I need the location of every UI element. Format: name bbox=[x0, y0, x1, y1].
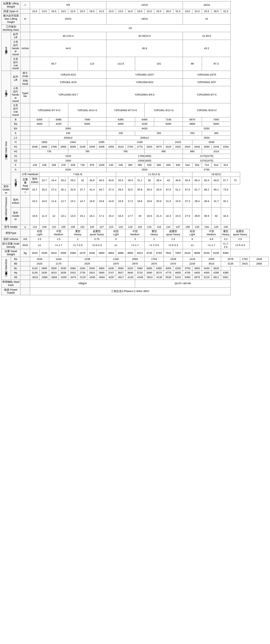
vol-5: 5 bbox=[106, 237, 126, 242]
wpo-1: 10.6 bbox=[30, 208, 40, 225]
lifting-weight-label: 起重量 Lifting Weight bbox=[1, 1, 21, 9]
working-class-label: 工作级别 Working class bbox=[1, 24, 21, 32]
m-15: 141 bbox=[164, 225, 173, 229]
dim-unit bbox=[21, 117, 30, 122]
dim-Ba-v2: 4100 bbox=[49, 122, 68, 126]
hp-14: 3570 bbox=[154, 271, 164, 275]
bc-13: 3080 bbox=[145, 266, 154, 271]
ms-Bb-2: 2175 bbox=[49, 261, 68, 266]
wto-16: 51.2 bbox=[173, 184, 183, 195]
type-row: 类型Type 轻型Light 中型Medium 重型Heavy 超重型spuer… bbox=[1, 229, 269, 237]
wpi-12: 18.6 bbox=[135, 195, 145, 207]
max-height-g1: 20/22 bbox=[30, 14, 106, 24]
speed-crat-v5: 98 bbox=[183, 57, 202, 71]
motor-type-unit: Type/ kw bbox=[21, 86, 30, 103]
h1-17: 2924 bbox=[183, 145, 192, 149]
ms-section-label: 主要尺寸(mm) MainSize bbox=[1, 257, 11, 280]
h1-21: 3294 bbox=[221, 145, 231, 149]
wti-11: 31.1 bbox=[135, 177, 145, 184]
grab-density-unit: t/m3 bbox=[21, 241, 30, 249]
f-21: 914 bbox=[221, 163, 231, 168]
dim-Ba-row: Ba 4000 4100 5000 4000 4100 5000 4800 50… bbox=[1, 122, 269, 126]
weight-handcart-g3: 19.9(21) bbox=[192, 172, 240, 177]
wto-7: 41.4 bbox=[87, 184, 97, 195]
dw-16: 7993 bbox=[173, 249, 183, 257]
steel-track-label: 带用钢轨 Steel track bbox=[1, 280, 21, 288]
vol-4: 0.75 bbox=[87, 237, 106, 242]
type-light2: 轻型Light bbox=[106, 229, 126, 237]
working-class-val: A6 bbox=[30, 24, 231, 32]
weight-indoor-label: 室内 Indoor bbox=[30, 177, 40, 184]
wpi-7: 15.8 bbox=[87, 195, 97, 207]
hb-16: 5243 bbox=[173, 275, 183, 280]
wpi-6: 14.7 bbox=[78, 195, 87, 207]
ms-Bb-row: Bb 2425 2175 2025 1875 2970 2670 2470 22… bbox=[1, 261, 269, 266]
speed-crat-row: 大车运行 crat travel 93.7 113 112.5 101 98 8… bbox=[1, 57, 269, 71]
speed-crat-v3: 112.5 bbox=[106, 57, 135, 71]
h1-14: 3070 bbox=[154, 145, 164, 149]
hb-21: 5051 bbox=[221, 275, 231, 280]
dw-20: 8155 bbox=[212, 249, 221, 257]
wto-20: 69.1 bbox=[212, 184, 221, 195]
hb-3: -3605 bbox=[49, 275, 59, 280]
m-11: 119 bbox=[126, 225, 135, 229]
ms-Ba-4: 1160 bbox=[106, 257, 126, 262]
span-v6: 25.5 bbox=[78, 9, 87, 14]
vol-6: 3 bbox=[126, 237, 145, 242]
m-12: 120 bbox=[135, 225, 145, 229]
ms-Ba-row: 主要尺寸(mm) MainSize Ba 1634 1444 1238 1160… bbox=[1, 257, 269, 262]
m-4: 105 bbox=[59, 225, 68, 229]
dim-F-unit bbox=[21, 163, 30, 168]
dim-H-v6: 2548 bbox=[192, 140, 231, 145]
dim-BX-row: BX 3550 4420 5250 bbox=[1, 126, 269, 131]
wto-12: 35.8 bbox=[135, 184, 145, 195]
bc-6: 2340 bbox=[78, 266, 87, 271]
f-15: 830 bbox=[164, 163, 173, 168]
bc-3: 2500 bbox=[49, 266, 59, 271]
ms-Bb-12: 2665 bbox=[250, 261, 269, 266]
weight-total-label: 总重量 Total Weight bbox=[21, 177, 30, 195]
dim-B-v6: 7145 bbox=[154, 117, 183, 122]
ms-Bb-7: 2470 bbox=[164, 261, 183, 266]
speed-section-label: 速度 Speed bbox=[1, 32, 11, 71]
wti-9: 26.5 bbox=[116, 177, 126, 184]
motor-handcar-row: 小车运行 handcar travel Type/ kw YZR132M2-6/… bbox=[1, 86, 269, 103]
wpi-10: 15.9 bbox=[116, 195, 126, 207]
type-heavy1: 重型Heavy bbox=[68, 229, 87, 237]
wpo-4: 13.1 bbox=[59, 208, 68, 225]
wpo-21: 32.4 bbox=[221, 208, 231, 225]
weight-handcart-g2: 11.5(12.5) bbox=[116, 172, 192, 177]
ms-Bb-4: 1875 bbox=[106, 261, 126, 266]
hp-15: 4775 bbox=[164, 271, 173, 275]
dim-LX-unit bbox=[21, 135, 30, 140]
ms-Bb-label: Bb bbox=[11, 261, 21, 266]
dim-H1-unit bbox=[21, 145, 30, 149]
h1-20: 3194 bbox=[212, 145, 221, 149]
wpo-14: 21.3 bbox=[154, 208, 164, 225]
h1-4: 2858 bbox=[59, 145, 68, 149]
lw-g2: 10/10 bbox=[106, 1, 183, 9]
hb-4: -3255 bbox=[59, 275, 68, 280]
dim-b-v5: 300 bbox=[202, 131, 231, 135]
dim-H1-row: H1 2548 2608 2708 2858 3008 3108 3258 34… bbox=[1, 145, 269, 149]
dim-b-label: b bbox=[11, 131, 21, 135]
gd-8: >2.5-3.3 bbox=[164, 241, 183, 249]
dim-H-v5: 2418 bbox=[164, 140, 192, 145]
hp-9: 3747 bbox=[106, 271, 116, 275]
m-17: 138 bbox=[183, 225, 192, 229]
ms-Bb-10: 3135 bbox=[221, 261, 240, 266]
bc-19: 3430 bbox=[202, 266, 212, 271]
dim-H-v4: 2185 bbox=[116, 140, 164, 145]
wto-21: 73.5 bbox=[221, 184, 231, 195]
motor-crat-row: 大车运行 crat travel YZR160M2-6/7.5×2 YZR160… bbox=[1, 103, 269, 117]
wto-6: 37.7 bbox=[78, 184, 87, 195]
type-heavy3: 重型Heauy bbox=[221, 229, 231, 237]
hb-1: -3615 bbox=[30, 275, 40, 280]
hp-10: 3827 bbox=[116, 271, 126, 275]
hp-11: 3640 bbox=[126, 271, 135, 275]
lifting-weight-unit: t bbox=[21, 1, 30, 9]
dim-b-unit bbox=[21, 131, 30, 135]
volume-label: 容积 Volume bbox=[1, 237, 21, 242]
m-6: 101 bbox=[78, 225, 87, 229]
hb-15: 5530 bbox=[164, 275, 173, 280]
